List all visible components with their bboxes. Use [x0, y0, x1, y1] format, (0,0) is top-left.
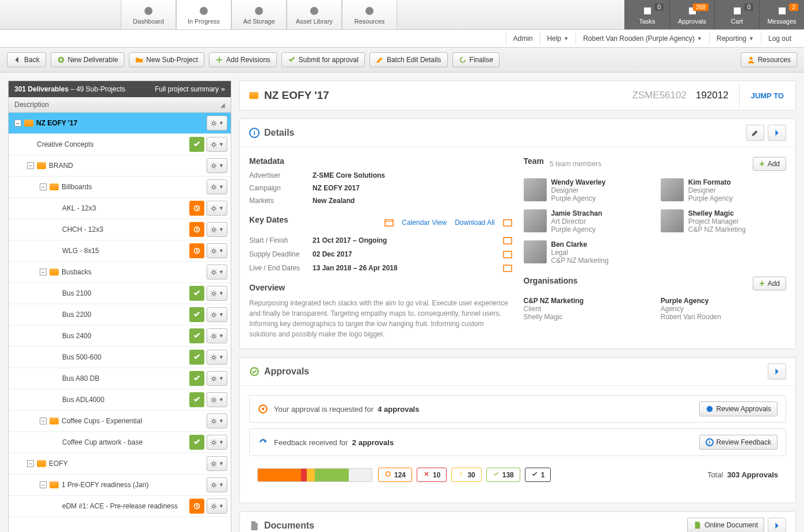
full-summary-link[interactable]: Full project summary » [155, 85, 225, 93]
expand-button[interactable] [768, 125, 786, 141]
finalise-button[interactable]: Finalise [452, 52, 500, 67]
team-member[interactable]: Jamie StrachanArt DirectorPurple Agency [524, 209, 649, 234]
row-menu-button[interactable]: ▼ [207, 201, 227, 216]
row-menu-button[interactable]: ▼ [207, 499, 227, 514]
row-menu-button[interactable]: ▼ [207, 414, 227, 428]
expander-icon[interactable]: − [27, 460, 34, 467]
row-menu-button[interactable]: ▼ [207, 243, 227, 258]
nav-approvals[interactable]: Approvals268 [669, 0, 714, 29]
submit-approval-button[interactable]: Submit for approval [281, 52, 365, 67]
add-revisions-button[interactable]: Add Revisions [209, 52, 277, 67]
jump-to-button[interactable]: JUMP TO [739, 83, 795, 108]
edit-button[interactable] [746, 125, 764, 141]
tree-row[interactable]: Bus A80 DB▼ [9, 368, 231, 389]
row-menu-button[interactable]: ▼ [207, 307, 227, 322]
tree-row[interactable]: Bus ADL4000▼ [9, 389, 231, 411]
tree-row[interactable]: Bus 2400▼ [9, 326, 231, 347]
tree-row[interactable]: Coffee Cup artwork - base▼ [9, 432, 231, 453]
organisation[interactable]: C&P NZ MarketingClientShelly Magic [524, 297, 649, 321]
row-menu-button[interactable]: ▼ [207, 286, 227, 301]
tree-row[interactable]: CHCH - 12x3▼ [9, 219, 231, 240]
tree-row[interactable]: Bus 500-600▼ [9, 347, 231, 368]
tree-row[interactable]: −EOFY▼ [9, 453, 231, 474]
review-feedback-button[interactable]: iReview Feedback [699, 435, 778, 450]
back-button[interactable]: Back [7, 52, 46, 67]
tree-row[interactable]: Bus 2200▼ [9, 304, 231, 326]
download-all-link[interactable]: Download All [455, 219, 494, 227]
calendar-add-icon[interactable] [503, 236, 512, 245]
tree-row[interactable]: AKL - 12x3▼ [9, 198, 231, 219]
stat-chip[interactable]: 10 [417, 468, 447, 482]
tree-row[interactable]: Creative Concepts▼ [9, 134, 231, 155]
expander-icon[interactable]: − [40, 183, 47, 190]
row-menu-button[interactable]: ▼ [207, 265, 227, 280]
reporting-menu[interactable]: Reporting ▼ [709, 32, 761, 45]
help-menu[interactable]: Help ▼ [540, 32, 576, 45]
tree-row[interactable]: Bus 2100▼ [9, 283, 231, 304]
calendar-view-link[interactable]: Calendar View [402, 219, 447, 227]
row-menu-button[interactable]: ▼ [207, 456, 227, 471]
team-member[interactable]: Shelley MagicProject ManagerC&P NZ Marke… [661, 209, 786, 234]
tree-row[interactable]: WLG - 8x15▼ [9, 240, 231, 262]
team-member[interactable]: Ben ClarkeLegalC&P NZ Marketing [524, 240, 649, 265]
status-complete-icon [189, 328, 204, 343]
tree-row[interactable]: −Billboards▼ [9, 177, 231, 198]
tree-row[interactable]: −NZ EOFY '17▼ [9, 113, 231, 134]
expander-icon[interactable]: − [27, 162, 34, 169]
team-member[interactable]: Wendy WaverleyDesignerPurple Agency [524, 178, 649, 202]
expander-icon[interactable]: − [40, 481, 47, 488]
row-menu-button[interactable]: ▼ [207, 222, 227, 237]
tree-row[interactable]: −1 Pre-EOFY readiness (Jan)▼ [9, 474, 231, 496]
expander-icon[interactable]: − [14, 120, 21, 127]
sidebar-column-header[interactable]: Description ◢ [9, 97, 231, 113]
row-menu-button[interactable]: ▼ [207, 350, 227, 365]
user-menu[interactable]: Robert Van Rooden (Purple Agency) ▼ [576, 32, 709, 45]
stat-chip[interactable]: 30 [451, 468, 481, 482]
row-menu-button[interactable]: ▼ [207, 392, 227, 407]
row-menu-button[interactable]: ▼ [207, 158, 227, 173]
team-member[interactable]: Kim FormatoDesignerPurple Agency [661, 178, 786, 202]
calendar-add-icon[interactable] [503, 263, 512, 273]
calendar-add-icon[interactable] [503, 250, 512, 259]
expand-documents-button[interactable] [768, 518, 786, 532]
row-menu-button[interactable]: ▼ [207, 137, 227, 152]
nav-tab-in-progress[interactable]: In Progress [176, 0, 231, 29]
row-menu-button[interactable]: ▼ [207, 435, 227, 450]
logout-link[interactable]: Log out [761, 32, 798, 45]
new-subproject-button[interactable]: New Sub-Project [129, 52, 204, 67]
tree-row[interactable]: −BRAND▼ [9, 155, 231, 177]
nav-messages[interactable]: Messages2 [759, 0, 804, 29]
nav-tab-asset-library[interactable]: Asset Library [287, 0, 342, 29]
resources-button[interactable]: Resources [741, 52, 797, 67]
nav-tab-dashboard[interactable]: Dashboard [121, 0, 176, 29]
gear-icon [210, 396, 218, 404]
nav-tab-resources[interactable]: Resources [342, 0, 397, 29]
add-team-button[interactable]: +Add [753, 157, 786, 171]
review-approvals-button[interactable]: Review Approvals [699, 401, 778, 416]
expander-icon[interactable]: − [40, 269, 47, 275]
row-menu-button[interactable]: ▼ [207, 371, 227, 386]
admin-link[interactable]: Admin [506, 32, 540, 45]
expander-icon[interactable]: − [40, 418, 47, 424]
online-document-button[interactable]: Online Document [687, 518, 764, 532]
organisation[interactable]: Purple AgencyAgencyRobert Van Rooden [661, 297, 786, 321]
calendar-download-icon[interactable] [503, 218, 512, 227]
stat-chip[interactable]: 124 [378, 468, 412, 482]
nav-cart[interactable]: Cart0 [714, 0, 759, 29]
nav-tasks[interactable]: Tasks0 [624, 0, 669, 29]
new-deliverable-button[interactable]: New Deliverable [51, 52, 124, 67]
stat-chip[interactable]: 1 [525, 468, 551, 482]
top-nav-tabs: DashboardIn ProgressAd StorageAsset Libr… [121, 0, 397, 29]
row-menu-button[interactable]: ▼ [207, 477, 227, 492]
row-menu-button[interactable]: ▼ [207, 179, 227, 194]
tree-row[interactable]: −Coffee Cups - Experiential▼ [9, 411, 231, 432]
tree-row[interactable]: −Busbacks▼ [9, 262, 231, 283]
row-menu-button[interactable]: ▼ [207, 116, 227, 131]
row-menu-button[interactable]: ▼ [207, 328, 227, 343]
stat-chip[interactable]: 138 [486, 468, 520, 482]
nav-tab-ad-storage[interactable]: Ad Storage [231, 0, 287, 29]
tree-row[interactable]: eDM #1: ACE - Pre-release readiness▼ [9, 496, 231, 517]
add-org-button[interactable]: +Add [753, 277, 786, 290]
batch-edit-button[interactable]: Batch Edit Details [369, 52, 448, 67]
expand-approvals-button[interactable] [768, 363, 786, 380]
